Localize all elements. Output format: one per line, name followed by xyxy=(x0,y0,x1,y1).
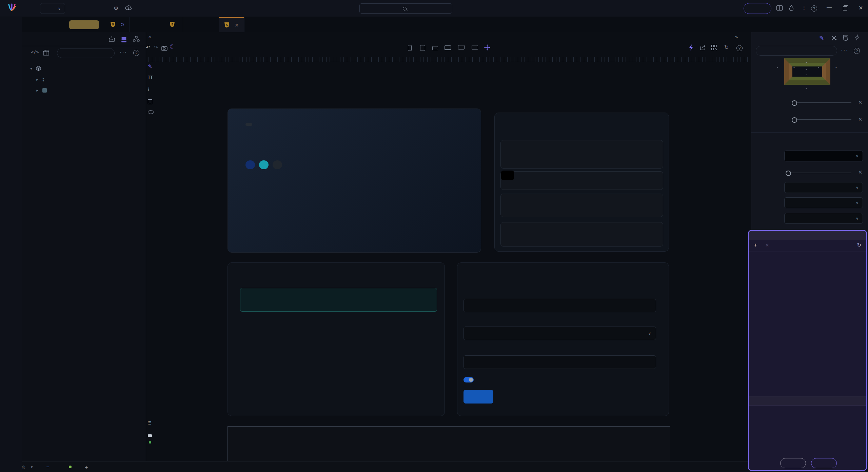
theme-droplet-icon[interactable] xyxy=(789,5,794,11)
window-minimize-button[interactable]: — xyxy=(827,4,832,10)
name-input[interactable] xyxy=(463,299,656,312)
kebab-menu-icon[interactable]: ⋮ xyxy=(802,5,807,11)
tab-index-ejs[interactable]: 5 xyxy=(105,17,130,32)
help-icon[interactable]: ? xyxy=(811,5,817,12)
device-phone-landscape-icon[interactable] xyxy=(432,46,438,50)
qr-code-icon[interactable] xyxy=(711,45,717,50)
x-gutter-clear-icon[interactable]: ✕ xyxy=(858,99,863,105)
tree-row-app[interactable]: ▾ xyxy=(22,63,153,74)
device-monitor-icon[interactable] xyxy=(472,45,478,50)
add-panel-icon[interactable]: + xyxy=(85,464,88,470)
divider xyxy=(228,99,670,99)
app-connect-bolt-icon[interactable] xyxy=(689,44,693,51)
sitemap-tree-icon[interactable] xyxy=(133,36,140,42)
device-phone-icon[interactable] xyxy=(408,45,412,51)
more-options-icon[interactable]: ··· xyxy=(841,47,848,53)
refresh-icon[interactable]: ↻ xyxy=(724,44,729,51)
quick-open-search[interactable] xyxy=(359,3,452,14)
x-gutter-knob[interactable] xyxy=(792,100,797,106)
width-slider[interactable] xyxy=(788,173,851,173)
chevron-right-icon[interactable]: ▸ xyxy=(35,77,40,82)
html5-file-icon: 5 xyxy=(170,22,175,27)
window-restore-button[interactable] xyxy=(843,6,847,11)
design-tools-icon[interactable] xyxy=(831,35,837,41)
hero-chips xyxy=(245,160,282,169)
select-button[interactable] xyxy=(811,458,837,468)
redo-icon[interactable]: ↷ xyxy=(154,44,158,51)
chevron-down-icon[interactable]: ▾ xyxy=(29,66,34,71)
chevron-down-icon: ∨ xyxy=(856,216,859,221)
show-details-toggle[interactable] xyxy=(463,377,474,382)
tree-row-section[interactable]: ▸ ▾▾ xyxy=(22,74,159,84)
width-clear-icon[interactable]: ✕ xyxy=(858,169,863,175)
modified-dot-icon xyxy=(121,23,124,26)
help-icon[interactable]: ? xyxy=(854,48,860,54)
dark-mode-moon-icon[interactable]: ☾ xyxy=(170,43,175,51)
help-icon[interactable]: ? xyxy=(736,45,743,51)
border-select[interactable]: ∨ xyxy=(784,151,863,161)
web-server-status-dot xyxy=(69,466,72,468)
ai-robot-icon[interactable] xyxy=(108,36,115,42)
tab-main-ejs[interactable]: 5 xyxy=(164,17,183,32)
radius-select[interactable]: ∨ xyxy=(784,197,863,208)
y-gutter-slider[interactable] xyxy=(796,119,851,120)
share-export-icon[interactable] xyxy=(700,45,706,50)
project-settings-gear-icon[interactable]: ⚙ xyxy=(114,5,118,12)
move-resize-icon[interactable] xyxy=(484,44,490,51)
find-elements-row: </> ··· ? xyxy=(22,46,146,60)
tab-close-icon[interactable]: ✕ xyxy=(235,22,239,28)
refresh-formats-icon[interactable]: ↻ xyxy=(857,242,861,248)
device-desktop-icon[interactable] xyxy=(458,45,465,50)
help-icon[interactable]: ? xyxy=(133,50,139,56)
split-view-icon[interactable] xyxy=(776,5,783,11)
rounded-select[interactable]: ∨ xyxy=(784,182,863,193)
project-selector[interactable]: ∨ xyxy=(40,3,65,14)
width-knob[interactable] xyxy=(786,171,791,176)
collapse-left-icon[interactable]: « xyxy=(149,34,151,40)
cancel-button[interactable] xyxy=(780,458,806,468)
x-gutter-slider[interactable] xyxy=(796,102,851,103)
min-price-box xyxy=(500,171,663,190)
app-structure-list-icon[interactable] xyxy=(121,37,126,43)
code-icon[interactable]: </> xyxy=(31,50,39,55)
add-format-icon[interactable]: + xyxy=(754,242,757,249)
set-value-button[interactable] xyxy=(463,390,493,404)
cloud-download-icon[interactable] xyxy=(125,5,132,11)
remove-format-icon[interactable]: ✕ xyxy=(765,243,769,248)
eye-icon[interactable] xyxy=(148,110,154,114)
pages-button[interactable] xyxy=(69,20,99,29)
section-icon: ▾▾ xyxy=(42,77,44,81)
tab-quick-overview-tour-manual[interactable]: 5 ✕ xyxy=(219,17,244,32)
find-elements-input[interactable] xyxy=(57,48,115,58)
properties-edit-icon[interactable]: ✎ xyxy=(819,35,824,42)
y-gutter-clear-icon[interactable]: ✕ xyxy=(858,116,863,122)
apps-grid-icon[interactable]: ••••••••• xyxy=(148,421,151,425)
tree-row-container[interactable]: ▸ xyxy=(22,85,159,95)
divider xyxy=(146,42,751,42)
min-beds-select[interactable]: ∨ xyxy=(463,327,656,340)
trash-icon[interactable] xyxy=(148,99,152,104)
screenshot-camera-icon[interactable] xyxy=(161,45,167,51)
dynamic-bolt-icon[interactable] xyxy=(855,35,859,40)
chevron-right-icon[interactable]: ▸ xyxy=(35,88,40,93)
min-price-input[interactable] xyxy=(463,355,656,369)
window-close-button[interactable]: ✕ xyxy=(859,5,863,11)
border-color-select[interactable]: ∨ xyxy=(784,213,863,224)
undo-icon[interactable]: ↶ xyxy=(146,44,150,51)
chevron-down-icon: ∨ xyxy=(58,6,61,11)
formats-toolbar: + ✕ ↻ xyxy=(749,240,866,252)
package-icon[interactable] xyxy=(43,50,50,56)
more-options-icon[interactable]: ··· xyxy=(120,49,127,55)
collapse-right-icon[interactable]: » xyxy=(735,34,738,40)
chevron-down-icon: ∨ xyxy=(856,185,859,190)
selected-element-tooltip xyxy=(501,171,514,180)
app-cube-icon xyxy=(36,66,41,72)
box-model-widget[interactable] xyxy=(784,58,830,85)
publish-button[interactable] xyxy=(744,3,771,14)
y-gutter-knob[interactable] xyxy=(792,117,797,123)
mini-preview-icon[interactable] xyxy=(148,434,152,437)
filter-properties-input[interactable] xyxy=(756,46,837,56)
device-tablet-icon[interactable] xyxy=(420,45,425,51)
css3-icon[interactable] xyxy=(843,35,848,41)
device-laptop-icon[interactable] xyxy=(445,45,451,50)
